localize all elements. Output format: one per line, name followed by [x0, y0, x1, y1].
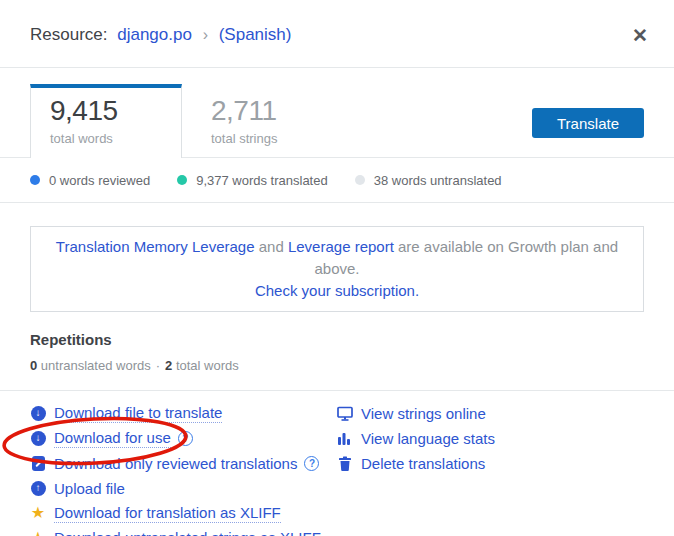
upload-file-link[interactable]: Upload file	[54, 480, 125, 497]
action-delete-translations[interactable]: Delete translations	[337, 454, 644, 472]
download-icon: ↓	[30, 406, 46, 421]
tab-total-strings[interactable]: 2,711 total strings	[192, 84, 352, 146]
view-language-stats-link[interactable]: View language stats	[361, 430, 495, 447]
help-icon[interactable]: ?	[304, 456, 319, 471]
upload-icon: ↑	[30, 481, 46, 496]
words-legend: 0 words reviewed 9,377 words translated …	[0, 158, 674, 203]
file-actions-column: ↓ Download file to translate ↓ Download …	[30, 404, 337, 536]
trash-icon	[337, 456, 353, 471]
legend-translated-text: 9,377 words translated	[196, 173, 328, 188]
reviewed-dot-icon	[30, 175, 40, 185]
total-strings-value: 2,711	[211, 96, 352, 127]
total-words-label: total words	[50, 131, 181, 146]
action-download-for-use[interactable]: ↓ Download for use ?	[30, 429, 337, 447]
view-strings-online-link[interactable]: View strings online	[361, 405, 486, 422]
close-icon[interactable]: ✕	[632, 26, 648, 45]
download-only-reviewed-link[interactable]: Download only reviewed translations	[54, 455, 297, 472]
download-file-to-translate-link[interactable]: Download file to translate	[54, 404, 222, 423]
star-icon: ★	[30, 505, 46, 521]
modal-header: Resource: django.po › (Spanish) ✕	[0, 0, 674, 68]
reviewed-file-icon	[30, 456, 46, 471]
action-download-file-to-translate[interactable]: ↓ Download file to translate	[30, 404, 337, 422]
legend-untranslated-text: 38 words untranslated	[374, 173, 502, 188]
page-title: Resource: django.po › (Spanish)	[30, 25, 291, 45]
download-xliff-link[interactable]: Download for translation as XLIFF	[54, 504, 281, 523]
action-view-language-stats[interactable]: View language stats	[337, 429, 644, 447]
legend-reviewed: 0 words reviewed	[30, 173, 150, 188]
legend-untranslated: 38 words untranslated	[355, 173, 502, 188]
repetitions-title: Repetitions	[30, 331, 644, 348]
action-view-strings-online[interactable]: View strings online	[337, 404, 644, 422]
repetitions-stats: 0 untranslated words·2 total words	[30, 358, 644, 373]
untranslated-dot-icon	[355, 175, 365, 185]
monitor-icon	[337, 406, 353, 421]
actions-section: ↓ Download file to translate ↓ Download …	[0, 391, 674, 536]
help-icon[interactable]: ?	[178, 431, 193, 446]
action-download-untranslated-xliff[interactable]: ★ Download untranslated strings as XLIFF	[30, 529, 337, 536]
action-download-xliff[interactable]: ★ Download for translation as XLIFF	[30, 504, 337, 522]
tm-leverage-link[interactable]: Translation Memory Leverage	[56, 238, 255, 255]
leverage-report-link[interactable]: Leverage report	[288, 238, 394, 255]
download-untranslated-xliff-link[interactable]: Download untranslated strings as XLIFF	[54, 529, 321, 536]
view-actions-column: View strings online View language stats	[337, 404, 644, 536]
translated-dot-icon	[177, 175, 187, 185]
legend-translated: 9,377 words translated	[177, 173, 328, 188]
star-icon: ★	[30, 530, 46, 536]
action-download-only-reviewed[interactable]: Download only reviewed translations ?	[30, 454, 337, 472]
check-subscription-link[interactable]: Check your subscription.	[255, 282, 419, 299]
plan-notice-box: Translation Memory Leverage and Leverage…	[30, 226, 644, 312]
tab-total-words[interactable]: 9,415 total words	[30, 84, 182, 158]
repetitions-section: Repetitions 0 untranslated words·2 total…	[0, 312, 674, 391]
legend-reviewed-text: 0 words reviewed	[49, 173, 150, 188]
rep-untranslated-label: untranslated words	[37, 358, 150, 373]
resource-name-link[interactable]: django.po	[117, 25, 192, 44]
action-upload-file[interactable]: ↑ Upload file	[30, 479, 337, 497]
delete-translations-link[interactable]: Delete translations	[361, 455, 485, 472]
chevron-right-icon: ›	[203, 26, 208, 43]
total-strings-label: total strings	[211, 131, 352, 146]
translate-button[interactable]: Translate	[532, 108, 644, 138]
stats-tabs: 9,415 total words 2,711 total strings Tr…	[0, 68, 674, 158]
dot-separator: ·	[156, 358, 160, 373]
download-icon: ↓	[30, 431, 46, 446]
bar-chart-icon	[337, 431, 353, 446]
language-link[interactable]: (Spanish)	[219, 25, 292, 44]
total-words-value: 9,415	[50, 96, 181, 127]
resource-label: Resource:	[30, 25, 107, 44]
notice-text-1: and	[255, 238, 288, 255]
download-for-use-link[interactable]: Download for use	[54, 429, 171, 448]
rep-total-label: total words	[172, 358, 238, 373]
